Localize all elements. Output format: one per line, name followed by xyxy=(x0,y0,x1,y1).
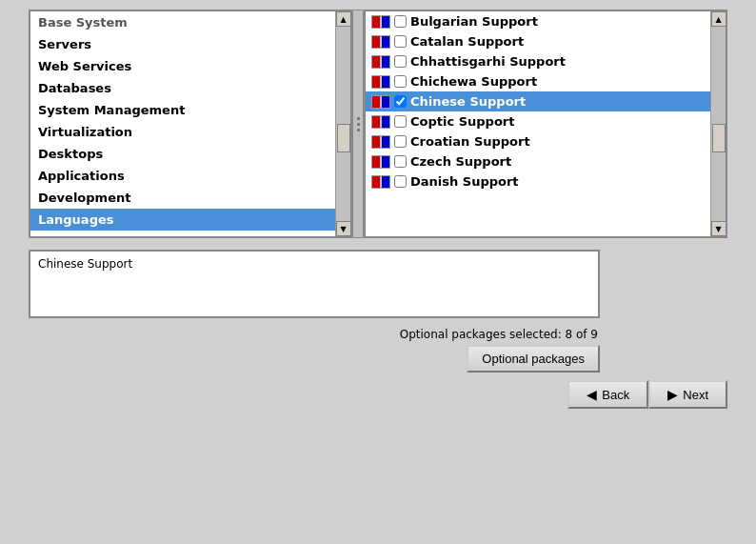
packages-list: Bulgarian SupportCatalan SupportChhattis… xyxy=(366,11,710,191)
category-list-panel: Base SystemServersWeb ServicesDatabasesS… xyxy=(29,10,352,238)
left-list-item[interactable]: System Management xyxy=(30,99,350,121)
package-checkbox[interactable] xyxy=(394,15,407,28)
right-list-item[interactable]: Catalan Support xyxy=(366,31,710,51)
next-button[interactable]: ▶ Next xyxy=(648,380,727,409)
left-list-item[interactable]: Development xyxy=(30,187,350,209)
description-box: Chinese Support xyxy=(29,250,600,318)
next-arrow-icon: ▶ xyxy=(667,387,678,402)
right-list-item[interactable]: Czech Support xyxy=(366,151,710,171)
left-list-item[interactable]: Databases xyxy=(30,77,350,99)
flag-icon xyxy=(371,15,390,29)
left-list-item[interactable]: Applications xyxy=(30,165,350,187)
package-label: Coptic Support xyxy=(410,114,514,129)
package-label: Danish Support xyxy=(410,174,519,189)
package-checkbox[interactable] xyxy=(394,75,407,88)
package-label: Catalan Support xyxy=(410,34,524,49)
right-list-item[interactable]: Chhattisgarhi Support xyxy=(366,51,710,71)
right-scroll-down-btn[interactable]: ▼ xyxy=(711,221,726,236)
handle-dot-2 xyxy=(357,123,360,126)
handle-dot-1 xyxy=(357,117,360,120)
flag-icon xyxy=(371,135,390,149)
action-buttons-row: Optional packages selected: 8 of 9 xyxy=(29,322,600,341)
description-text: Chinese Support xyxy=(38,257,132,271)
flag-icon xyxy=(371,75,390,89)
right-list-item[interactable]: Chinese Support xyxy=(366,91,710,111)
right-scrollbar[interactable]: ▲ ▼ xyxy=(710,11,726,236)
right-list-item[interactable]: Danish Support xyxy=(366,171,710,191)
next-label: Next xyxy=(683,388,708,402)
left-list-item[interactable]: Desktops xyxy=(30,143,350,165)
left-list-item[interactable]: Languages xyxy=(30,209,350,231)
package-label: Croatian Support xyxy=(410,134,530,149)
status-text: Optional packages selected: 8 of 9 xyxy=(29,328,600,341)
right-list-item[interactable]: Croatian Support xyxy=(366,131,710,151)
flag-icon xyxy=(371,175,390,189)
nav-bar: ◀ Back ▶ Next xyxy=(29,380,727,409)
right-list-item[interactable]: Chichewa Support xyxy=(366,71,710,91)
resize-handle[interactable] xyxy=(352,10,364,238)
left-list-item[interactable]: Base System xyxy=(30,11,350,33)
left-scroll-thumb[interactable] xyxy=(337,124,350,152)
back-arrow-icon: ◀ xyxy=(587,387,597,402)
handle-dot-3 xyxy=(357,129,360,131)
right-list-item[interactable]: Bulgarian Support xyxy=(366,11,710,31)
flag-icon xyxy=(371,115,390,129)
bottom-buttons-row: Optional packages xyxy=(29,345,600,373)
package-checkbox[interactable] xyxy=(394,55,407,68)
back-label: Back xyxy=(602,388,629,402)
package-label: Chinese Support xyxy=(410,94,526,109)
left-scrollbar[interactable]: ▲ ▼ xyxy=(335,11,350,236)
left-scroll-track[interactable] xyxy=(336,27,350,221)
package-checkbox[interactable] xyxy=(394,155,407,168)
category-list: Base SystemServersWeb ServicesDatabasesS… xyxy=(30,11,350,231)
package-checkbox[interactable] xyxy=(394,115,407,128)
back-button[interactable]: ◀ Back xyxy=(567,380,648,409)
package-label: Chichewa Support xyxy=(410,74,537,89)
package-checkbox[interactable] xyxy=(394,175,407,188)
flag-icon xyxy=(371,35,390,49)
optional-packages-button[interactable]: Optional packages xyxy=(467,345,600,373)
flag-icon xyxy=(371,155,390,169)
left-list-item[interactable]: Servers xyxy=(30,33,350,55)
package-label: Czech Support xyxy=(410,154,511,169)
left-scroll-down-btn[interactable]: ▼ xyxy=(336,221,351,236)
package-label: Chhattisgarhi Support xyxy=(410,54,566,69)
flag-icon xyxy=(371,95,390,109)
package-checkbox[interactable] xyxy=(394,135,407,148)
left-list-item[interactable]: Virtualization xyxy=(30,121,350,143)
package-label: Bulgarian Support xyxy=(410,14,538,29)
flag-icon xyxy=(371,55,390,69)
right-scroll-track[interactable] xyxy=(711,27,726,221)
left-scroll-up-btn[interactable]: ▲ xyxy=(336,11,351,27)
package-checkbox[interactable] xyxy=(394,95,407,108)
packages-list-panel: Bulgarian SupportCatalan SupportChhattis… xyxy=(364,10,727,238)
left-list-item[interactable]: Web Services xyxy=(30,55,350,77)
right-scroll-thumb[interactable] xyxy=(712,124,726,152)
right-list-item[interactable]: Coptic Support xyxy=(366,111,710,131)
package-checkbox[interactable] xyxy=(394,35,407,48)
right-scroll-up-btn[interactable]: ▲ xyxy=(711,11,726,27)
